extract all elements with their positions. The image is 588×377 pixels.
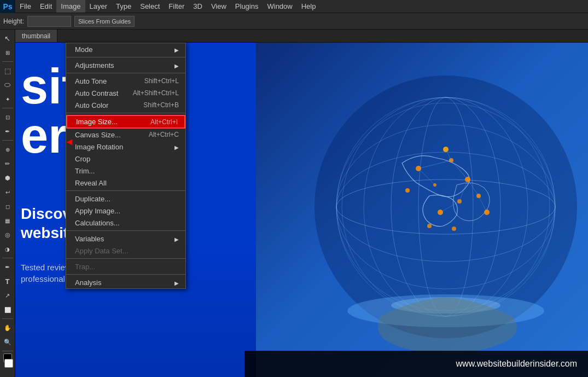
svg-point-19 (452, 227, 456, 231)
tool-divider-5 (2, 318, 13, 319)
path-selection-tool[interactable]: ↗ (1, 289, 14, 302)
menu-3d[interactable]: 3D (189, 0, 207, 13)
height-input[interactable] (27, 16, 71, 27)
canvas-area: thumbnail (15, 30, 588, 377)
hand-tool[interactable]: ✋ (1, 321, 14, 334)
gradient-tool[interactable]: ▦ (1, 214, 14, 227)
tool-divider-6 (2, 351, 13, 351)
dodge-tool[interactable]: ◑ (1, 242, 14, 256)
svg-point-21 (427, 224, 432, 228)
menu-image[interactable]: Image (56, 0, 85, 13)
menu-item-variables[interactable]: Variables (66, 233, 185, 245)
magic-wand-tool[interactable]: ✦ (1, 92, 14, 106)
globe-graphic (260, 54, 577, 371)
menu-item-crop[interactable]: Crop (66, 153, 185, 165)
submenu-arrow (174, 45, 179, 54)
menu-item-canvas-size[interactable]: Canvas Size... Alt+Ctrl+C (66, 129, 185, 141)
tab-bar: thumbnail (15, 30, 588, 43)
menu-separator-5 (66, 230, 185, 231)
menu-separator-1 (66, 57, 185, 57)
submenu-arrow (174, 235, 179, 243)
menu-item-duplicate[interactable]: Duplicate... (66, 193, 185, 205)
crop-tool[interactable]: ⊡ (1, 111, 14, 124)
submenu-arrow (174, 61, 179, 69)
slices-from-guides-button[interactable]: Slices From Guides (74, 16, 135, 27)
menu-item-apply-image[interactable]: Apply Image... (66, 205, 185, 217)
menu-item-image-size[interactable]: Image Size... Alt+Ctrl+I (66, 115, 185, 129)
red-arrow-indicator: ◄ (65, 136, 74, 148)
menu-help[interactable]: Help (297, 0, 321, 13)
tool-divider-1 (2, 61, 13, 62)
bottom-url-bar: www.websitebuilderinsider.com (244, 351, 588, 377)
menu-item-reveal-all[interactable]: Reveal All (66, 177, 185, 189)
menu-item-apply-data-set[interactable]: Apply Data Set... (66, 245, 185, 257)
artboard-tool[interactable]: ⊞ (1, 46, 14, 59)
eyedropper-tool[interactable]: ✒ (1, 125, 14, 138)
height-label: Height: (3, 18, 24, 25)
svg-point-18 (405, 188, 410, 193)
rectangular-marquee-tool[interactable]: ⬚ (1, 64, 14, 77)
menu-bar: Ps File Edit Image Layer Type Select Fil… (0, 0, 588, 13)
menu-item-calculations[interactable]: Calculations... (66, 217, 185, 229)
image-dropdown-menu: Mode Adjustments Auto Tone Shift+Ctrl+L … (66, 43, 186, 289)
move-tool[interactable]: ↖ (1, 32, 14, 45)
history-brush-tool[interactable]: ↩ (1, 185, 14, 199)
menu-item-trim[interactable]: Trim... (66, 165, 185, 177)
lasso-tool[interactable]: ⬭ (1, 78, 14, 91)
eraser-tool[interactable]: ◻ (1, 200, 14, 213)
menu-item-analysis[interactable]: Analysis (66, 276, 185, 288)
brush-tool[interactable]: ✏ (1, 157, 14, 170)
blur-tool[interactable]: ◎ (1, 228, 14, 241)
app-logo: Ps (0, 0, 15, 13)
type-tool[interactable]: T (1, 275, 14, 288)
menu-separator-6 (66, 258, 185, 259)
menu-edit[interactable]: Edit (36, 0, 56, 13)
tool-divider-2 (2, 108, 13, 108)
menu-layer[interactable]: Layer (85, 0, 112, 13)
menu-separator-3 (66, 113, 185, 113)
menu-file[interactable]: File (15, 0, 36, 13)
menu-item-auto-contrast[interactable]: Auto Contrast Alt+Shift+Ctrl+L (66, 87, 185, 99)
main-layout: ↖ ⊞ ⬚ ⬭ ✦ ⊡ ✒ ⊕ ✏ ⬢ ↩ ◻ ▦ ◎ ◑ ✒ T ↗ ⬜ ✋ … (0, 30, 588, 377)
menu-item-trap[interactable]: Trap... (66, 260, 185, 272)
menu-item-image-rotation[interactable]: Image Rotation (66, 141, 185, 153)
rectangle-tool[interactable]: ⬜ (1, 303, 14, 316)
left-toolbar: ↖ ⊞ ⬚ ⬭ ✦ ⊡ ✒ ⊕ ✏ ⬢ ↩ ◻ ▦ ◎ ◑ ✒ T ↗ ⬜ ✋ … (0, 30, 15, 377)
menu-view[interactable]: View (207, 0, 231, 13)
menu-item-auto-tone[interactable]: Auto Tone Shift+Ctrl+L (66, 75, 185, 87)
submenu-arrow (174, 143, 179, 151)
document-tab[interactable]: thumbnail (15, 30, 57, 42)
tool-divider-4 (2, 258, 13, 258)
tool-divider-3 (2, 140, 13, 141)
website-url: www.websitebuilderinsider.com (456, 359, 577, 369)
submenu-arrow (174, 279, 179, 287)
menu-item-mode[interactable]: Mode (66, 43, 185, 55)
zoom-tool[interactable]: 🔍 (1, 335, 14, 349)
menu-separator-4 (66, 190, 185, 191)
menu-filter[interactable]: Filter (164, 0, 189, 13)
menu-item-adjustments[interactable]: Adjustments (66, 59, 185, 71)
menu-item-auto-color[interactable]: Auto Color Shift+Ctrl+B (66, 99, 185, 111)
healing-brush-tool[interactable]: ⊕ (1, 143, 14, 156)
background-color[interactable] (4, 359, 13, 368)
menu-select[interactable]: Select (136, 0, 164, 13)
menu-separator-2 (66, 73, 185, 73)
options-bar: Height: Slices From Guides (0, 13, 588, 30)
menu-type[interactable]: Type (112, 0, 136, 13)
menu-window[interactable]: Window (263, 0, 296, 13)
menu-separator-7 (66, 274, 185, 275)
menu-plugins[interactable]: Plugins (231, 0, 263, 13)
clone-stamp-tool[interactable]: ⬢ (1, 171, 14, 184)
pen-tool[interactable]: ✒ (1, 260, 14, 274)
